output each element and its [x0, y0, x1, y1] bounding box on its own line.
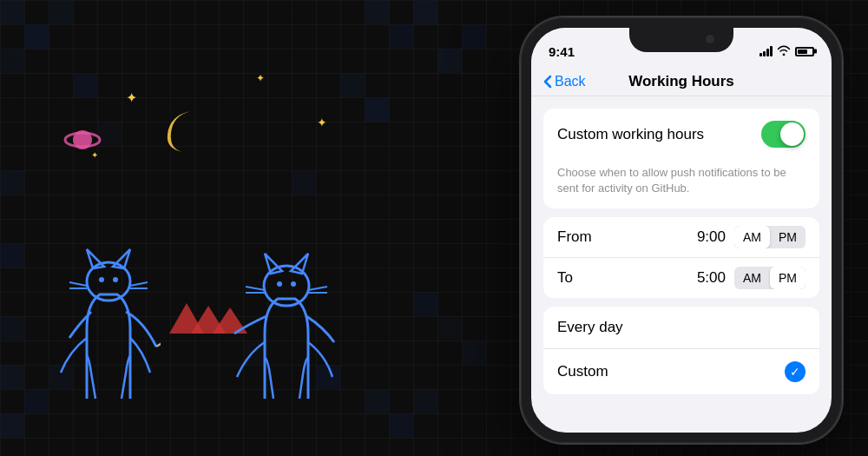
svg-line-12 [130, 282, 148, 286]
everyday-label: Every day [557, 319, 623, 336]
illustration-area: ✦ ✦ ✦ ✦ [0, 0, 460, 456]
to-pm-button[interactable]: PM [770, 267, 806, 289]
custom-label: Custom [557, 363, 608, 380]
right-cat [230, 199, 343, 402]
svg-line-23 [308, 287, 327, 290]
svg-point-20 [291, 281, 296, 287]
back-label: Back [555, 74, 586, 89]
screen-content: Custom working hours Choose when to allo… [531, 96, 832, 394]
svg-line-10 [69, 282, 87, 286]
toggle-label: Custom working hours [557, 126, 704, 143]
toggle-section: Custom working hours Choose when to allo… [543, 109, 819, 208]
moon-icon [152, 98, 213, 159]
custom-hours-toggle[interactable] [761, 121, 806, 148]
to-am-button[interactable]: AM [734, 267, 770, 289]
to-label: To [557, 269, 601, 287]
signal-icon [760, 46, 773, 56]
nav-bar: Back Working Hours [531, 66, 832, 96]
description-text: Choose when to allow push notifications … [543, 160, 819, 208]
toggle-row: Custom working hours [543, 109, 819, 160]
star-icon-1: ✦ [126, 89, 137, 106]
svg-point-19 [277, 281, 282, 287]
planet-icon [61, 124, 99, 162]
status-time: 9:41 [549, 44, 575, 59]
custom-checkmark: ✓ [785, 361, 806, 382]
status-icons [760, 45, 814, 58]
everyday-row[interactable]: Every day [543, 307, 819, 349]
svg-point-1 [73, 130, 92, 149]
left-cat [56, 199, 161, 402]
to-time: 5:00 [697, 269, 726, 287]
phone-frame: 9:41 [521, 17, 842, 443]
camera-dot [706, 35, 714, 43]
from-pm-button[interactable]: PM [770, 226, 806, 248]
time-section: From 9:00 AM PM To 5:00 AM PM [543, 217, 819, 298]
to-row: To 5:00 AM PM [543, 258, 819, 298]
svg-point-8 [99, 277, 104, 282]
nav-title: Working Hours [628, 73, 734, 90]
day-section: Every day Custom ✓ [543, 307, 819, 394]
svg-line-21 [246, 287, 265, 290]
notch [629, 28, 733, 52]
star-icon-2: ✦ [256, 72, 265, 84]
back-button[interactable]: Back [543, 74, 586, 89]
battery-icon [795, 47, 814, 56]
toggle-knob [780, 122, 804, 146]
wifi-icon [777, 45, 791, 58]
to-am-pm: AM PM [734, 267, 806, 289]
svg-point-9 [113, 277, 118, 282]
from-label: From [557, 228, 601, 246]
from-am-pm: AM PM [734, 226, 806, 248]
svg-line-14 [156, 334, 161, 347]
star-icon-3: ✦ [317, 116, 327, 129]
phone-screen: 9:41 [531, 28, 832, 433]
illustration: ✦ ✦ ✦ ✦ [13, 46, 447, 411]
from-am-button[interactable]: AM [734, 226, 770, 248]
from-time: 9:00 [697, 228, 726, 246]
from-row: From 9:00 AM PM [543, 217, 819, 258]
custom-row[interactable]: Custom ✓ [543, 349, 819, 394]
